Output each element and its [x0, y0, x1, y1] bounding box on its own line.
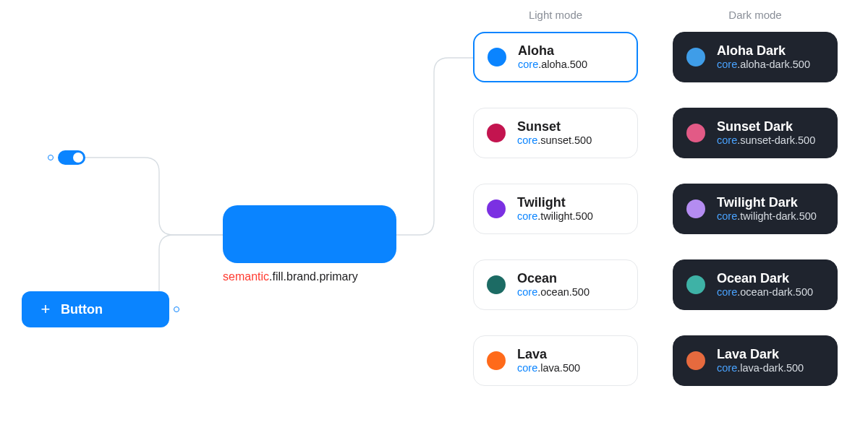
- swatch-name: Twilight Dark: [717, 195, 817, 210]
- swatch-token: core.ocean-dark.500: [717, 286, 813, 299]
- swatch-color-circle: [487, 275, 506, 294]
- swatch-token-rest: .twilight-dark.500: [737, 210, 817, 222]
- swatch-token-rest: .aloha.500: [538, 59, 587, 70]
- swatch-token-rest: .twilight.500: [537, 210, 593, 222]
- swatch-name: Sunset Dark: [717, 119, 815, 134]
- swatch-token-rest: .sunset-dark.500: [737, 134, 815, 146]
- swatch-token: core.sunset-dark.500: [717, 134, 815, 147]
- swatch-token-prefix: core: [517, 210, 537, 222]
- swatch-token-rest: .lava-dark.500: [737, 362, 804, 374]
- swatch-color-circle: [686, 351, 705, 370]
- swatch-color-circle: [686, 48, 705, 66]
- swatch-name: Ocean Dark: [717, 271, 813, 286]
- swatch-color-circle: [487, 199, 506, 218]
- swatch-name: Aloha: [518, 43, 587, 59]
- swatch-color-circle: [488, 48, 506, 66]
- swatch-name: Twilight: [517, 195, 593, 210]
- swatch-name: Lava Dark: [717, 347, 804, 362]
- swatch-token: core.aloha.500: [518, 58, 587, 71]
- semantic-token-label: semantic.fill.brand.primary: [223, 270, 396, 283]
- mode-toggle[interactable]: [58, 150, 85, 165]
- swatch-token: core.ocean.500: [517, 286, 590, 299]
- swatch-token: core.lava.500: [517, 361, 580, 374]
- swatch-color-circle: [686, 199, 705, 218]
- light-swatch-aloha[interactable]: Alohacore.aloha.500: [473, 32, 638, 82]
- swatch-token-rest: .aloha-dark.500: [737, 59, 810, 70]
- swatch-token-prefix: core: [517, 134, 537, 146]
- toggle-knob: [73, 153, 83, 163]
- swatch-token-prefix: core: [717, 286, 737, 298]
- button-connector-dot: [174, 306, 179, 312]
- swatch-name: Ocean: [517, 271, 590, 286]
- swatch-token: core.twilight.500: [517, 210, 593, 223]
- swatch-token-prefix: core: [517, 362, 537, 374]
- swatch-color-circle: [487, 351, 506, 370]
- swatch-token: core.sunset.500: [517, 134, 592, 147]
- swatch-token-prefix: core: [517, 286, 537, 298]
- light-mode-heading: Light mode: [473, 9, 638, 21]
- light-swatch-sunset[interactable]: Sunsetcore.sunset.500: [473, 108, 638, 158]
- semantic-token-block: semantic.fill.brand.primary: [223, 205, 396, 283]
- swatch-color-circle: [686, 124, 705, 142]
- swatch-token-prefix: core: [717, 59, 737, 70]
- swatch-token-prefix: core: [518, 59, 538, 70]
- dark-swatch-twilight-dark[interactable]: Twilight Darkcore.twilight-dark.500: [673, 184, 838, 234]
- swatch-token-rest: .ocean.500: [537, 286, 590, 298]
- semantic-token-rest: .fill.brand.primary: [269, 270, 358, 283]
- swatch-name: Sunset: [517, 119, 592, 134]
- dark-swatch-sunset-dark[interactable]: Sunset Darkcore.sunset-dark.500: [673, 108, 838, 158]
- example-button-label: Button: [61, 302, 103, 317]
- dark-swatch-aloha-dark[interactable]: Aloha Darkcore.aloha-dark.500: [673, 32, 838, 82]
- swatch-token: core.lava-dark.500: [717, 361, 804, 374]
- swatch-token-rest: .lava.500: [537, 362, 580, 374]
- swatch-token-prefix: core: [717, 134, 737, 146]
- toggle-connector-dot: [48, 155, 54, 160]
- swatch-name: Aloha Dark: [717, 43, 810, 59]
- swatch-color-circle: [487, 124, 506, 142]
- swatch-token: core.twilight-dark.500: [717, 210, 817, 223]
- semantic-swatch: [223, 205, 396, 263]
- swatch-token-rest: .sunset.500: [537, 134, 592, 146]
- light-swatch-twilight[interactable]: Twilightcore.twilight.500: [473, 184, 638, 234]
- dark-swatch-ocean-dark[interactable]: Ocean Darkcore.ocean-dark.500: [673, 259, 838, 310]
- light-swatch-lava[interactable]: Lavacore.lava.500: [473, 335, 638, 386]
- example-primary-button[interactable]: + Button: [22, 291, 169, 327]
- swatch-token-prefix: core: [717, 210, 737, 222]
- dark-mode-heading: Dark mode: [673, 9, 838, 21]
- swatch-color-circle: [686, 275, 705, 294]
- swatch-token: core.aloha-dark.500: [717, 58, 810, 71]
- light-swatch-ocean[interactable]: Oceancore.ocean.500: [473, 259, 638, 310]
- semantic-token-prefix: semantic: [223, 270, 269, 283]
- swatch-name: Lava: [517, 347, 580, 362]
- dark-swatch-lava-dark[interactable]: Lava Darkcore.lava-dark.500: [673, 335, 838, 386]
- swatch-token-rest: .ocean-dark.500: [737, 286, 813, 298]
- swatch-token-prefix: core: [717, 362, 737, 374]
